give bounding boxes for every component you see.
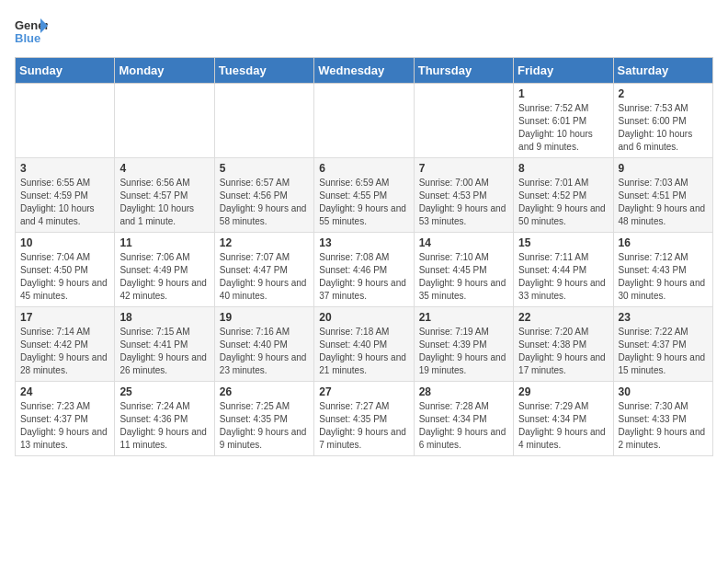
day-info: Sunrise: 6:55 AM Sunset: 4:59 PM Dayligh… — [20, 177, 109, 228]
day-of-week-header: Sunday — [16, 58, 115, 84]
day-info: Sunrise: 7:16 AM Sunset: 4:40 PM Dayligh… — [220, 326, 309, 377]
day-number: 8 — [518, 162, 608, 175]
day-of-week-header: Wednesday — [314, 58, 414, 84]
day-info: Sunrise: 7:23 AM Sunset: 4:37 PM Dayligh… — [20, 400, 109, 452]
calendar-day-cell: 1Sunrise: 7:52 AM Sunset: 6:01 PM Daylig… — [514, 84, 613, 158]
calendar-day-cell: 12Sunrise: 7:07 AM Sunset: 4:47 PM Dayli… — [214, 233, 313, 307]
day-info: Sunrise: 7:04 AM Sunset: 4:50 PM Dayligh… — [20, 251, 109, 303]
day-info: Sunrise: 7:20 AM Sunset: 4:38 PM Dayligh… — [518, 326, 608, 377]
logo: General Blue — [15, 15, 48, 48]
day-info: Sunrise: 7:18 AM Sunset: 4:40 PM Dayligh… — [319, 326, 408, 377]
day-number: 10 — [20, 236, 109, 249]
day-number: 12 — [220, 236, 309, 249]
calendar-header-row: SundayMondayTuesdayWednesdayThursdayFrid… — [16, 58, 713, 84]
day-number: 23 — [619, 311, 708, 324]
day-number: 4 — [119, 162, 209, 175]
day-number: 26 — [220, 385, 309, 398]
day-number: 5 — [220, 162, 309, 175]
calendar-day-cell: 9Sunrise: 7:03 AM Sunset: 4:51 PM Daylig… — [613, 158, 712, 233]
day-info: Sunrise: 7:03 AM Sunset: 4:51 PM Dayligh… — [619, 177, 708, 228]
day-info: Sunrise: 7:30 AM Sunset: 4:33 PM Dayligh… — [619, 400, 708, 452]
calendar-day-cell — [414, 84, 513, 158]
day-number: 27 — [319, 385, 408, 398]
day-info: Sunrise: 7:15 AM Sunset: 4:41 PM Dayligh… — [119, 326, 209, 377]
day-number: 21 — [419, 311, 508, 324]
calendar-day-cell: 26Sunrise: 7:25 AM Sunset: 4:35 PM Dayli… — [214, 382, 313, 456]
day-info: Sunrise: 7:14 AM Sunset: 4:42 PM Dayligh… — [20, 326, 109, 377]
calendar-table: SundayMondayTuesdayWednesdayThursdayFrid… — [15, 57, 713, 456]
day-of-week-header: Friday — [514, 58, 613, 84]
day-info: Sunrise: 7:07 AM Sunset: 4:47 PM Dayligh… — [220, 251, 309, 303]
calendar-day-cell: 28Sunrise: 7:28 AM Sunset: 4:34 PM Dayli… — [414, 382, 513, 456]
day-number: 28 — [419, 385, 508, 398]
calendar-day-cell: 14Sunrise: 7:10 AM Sunset: 4:45 PM Dayli… — [414, 233, 513, 307]
calendar-day-cell: 29Sunrise: 7:29 AM Sunset: 4:34 PM Dayli… — [514, 382, 613, 456]
calendar-day-cell: 24Sunrise: 7:23 AM Sunset: 4:37 PM Dayli… — [16, 382, 115, 456]
day-number: 2 — [619, 87, 708, 100]
calendar-day-cell: 19Sunrise: 7:16 AM Sunset: 4:40 PM Dayli… — [214, 307, 313, 382]
day-number: 17 — [20, 311, 109, 324]
day-number: 18 — [119, 311, 209, 324]
day-number: 11 — [119, 236, 209, 249]
day-info: Sunrise: 6:59 AM Sunset: 4:55 PM Dayligh… — [319, 177, 408, 228]
day-number: 16 — [619, 236, 708, 249]
calendar-week-row: 24Sunrise: 7:23 AM Sunset: 4:37 PM Dayli… — [16, 382, 713, 456]
calendar-day-cell: 15Sunrise: 7:11 AM Sunset: 4:44 PM Dayli… — [514, 233, 613, 307]
calendar-day-cell — [314, 84, 414, 158]
day-number: 30 — [619, 385, 708, 398]
header: General Blue — [15, 15, 713, 48]
calendar-week-row: 10Sunrise: 7:04 AM Sunset: 4:50 PM Dayli… — [16, 233, 713, 307]
day-number: 29 — [518, 385, 608, 398]
day-number: 15 — [518, 236, 608, 249]
day-of-week-header: Thursday — [414, 58, 513, 84]
day-info: Sunrise: 7:10 AM Sunset: 4:45 PM Dayligh… — [419, 251, 508, 303]
day-info: Sunrise: 6:57 AM Sunset: 4:56 PM Dayligh… — [220, 177, 309, 228]
calendar-day-cell — [115, 84, 214, 158]
calendar-week-row: 3Sunrise: 6:55 AM Sunset: 4:59 PM Daylig… — [16, 158, 713, 233]
calendar-day-cell: 20Sunrise: 7:18 AM Sunset: 4:40 PM Dayli… — [314, 307, 414, 382]
day-info: Sunrise: 7:11 AM Sunset: 4:44 PM Dayligh… — [518, 251, 608, 303]
calendar-week-row: 1Sunrise: 7:52 AM Sunset: 6:01 PM Daylig… — [16, 84, 713, 158]
calendar-day-cell: 23Sunrise: 7:22 AM Sunset: 4:37 PM Dayli… — [613, 307, 712, 382]
day-number: 24 — [20, 385, 109, 398]
logo-svg: General Blue — [15, 15, 48, 48]
day-number: 3 — [20, 162, 109, 175]
calendar-day-cell: 18Sunrise: 7:15 AM Sunset: 4:41 PM Dayli… — [115, 307, 214, 382]
calendar-week-row: 17Sunrise: 7:14 AM Sunset: 4:42 PM Dayli… — [16, 307, 713, 382]
calendar-day-cell: 4Sunrise: 6:56 AM Sunset: 4:57 PM Daylig… — [115, 158, 214, 233]
calendar-day-cell: 11Sunrise: 7:06 AM Sunset: 4:49 PM Dayli… — [115, 233, 214, 307]
day-info: Sunrise: 7:01 AM Sunset: 4:52 PM Dayligh… — [518, 177, 608, 228]
day-number: 25 — [119, 385, 209, 398]
calendar-day-cell: 8Sunrise: 7:01 AM Sunset: 4:52 PM Daylig… — [514, 158, 613, 233]
calendar-day-cell: 2Sunrise: 7:53 AM Sunset: 6:00 PM Daylig… — [613, 84, 712, 158]
logo-graphic: General Blue — [15, 15, 48, 48]
day-number: 9 — [619, 162, 708, 175]
day-info: Sunrise: 7:28 AM Sunset: 4:34 PM Dayligh… — [419, 400, 508, 452]
day-info: Sunrise: 7:24 AM Sunset: 4:36 PM Dayligh… — [119, 400, 209, 452]
day-info: Sunrise: 7:27 AM Sunset: 4:35 PM Dayligh… — [319, 400, 408, 452]
calendar-day-cell: 3Sunrise: 6:55 AM Sunset: 4:59 PM Daylig… — [16, 158, 115, 233]
day-number: 20 — [319, 311, 408, 324]
day-number: 1 — [518, 87, 608, 100]
day-info: Sunrise: 7:00 AM Sunset: 4:53 PM Dayligh… — [419, 177, 508, 228]
calendar-day-cell: 13Sunrise: 7:08 AM Sunset: 4:46 PM Dayli… — [314, 233, 414, 307]
calendar-day-cell: 10Sunrise: 7:04 AM Sunset: 4:50 PM Dayli… — [16, 233, 115, 307]
calendar-day-cell: 6Sunrise: 6:59 AM Sunset: 4:55 PM Daylig… — [314, 158, 414, 233]
day-of-week-header: Saturday — [613, 58, 712, 84]
calendar-day-cell: 5Sunrise: 6:57 AM Sunset: 4:56 PM Daylig… — [214, 158, 313, 233]
day-info: Sunrise: 7:06 AM Sunset: 4:49 PM Dayligh… — [119, 251, 209, 303]
calendar-day-cell: 17Sunrise: 7:14 AM Sunset: 4:42 PM Dayli… — [16, 307, 115, 382]
day-info: Sunrise: 7:19 AM Sunset: 4:39 PM Dayligh… — [419, 326, 508, 377]
calendar-day-cell: 21Sunrise: 7:19 AM Sunset: 4:39 PM Dayli… — [414, 307, 513, 382]
day-number: 6 — [319, 162, 408, 175]
calendar-day-cell: 27Sunrise: 7:27 AM Sunset: 4:35 PM Dayli… — [314, 382, 414, 456]
calendar-day-cell — [214, 84, 313, 158]
calendar-day-cell: 7Sunrise: 7:00 AM Sunset: 4:53 PM Daylig… — [414, 158, 513, 233]
calendar-day-cell: 22Sunrise: 7:20 AM Sunset: 4:38 PM Dayli… — [514, 307, 613, 382]
svg-text:Blue: Blue — [15, 31, 40, 45]
calendar-day-cell: 25Sunrise: 7:24 AM Sunset: 4:36 PM Dayli… — [115, 382, 214, 456]
day-number: 14 — [419, 236, 508, 249]
day-number: 22 — [518, 311, 608, 324]
day-info: Sunrise: 7:22 AM Sunset: 4:37 PM Dayligh… — [619, 326, 708, 377]
day-info: Sunrise: 7:12 AM Sunset: 4:43 PM Dayligh… — [619, 251, 708, 303]
